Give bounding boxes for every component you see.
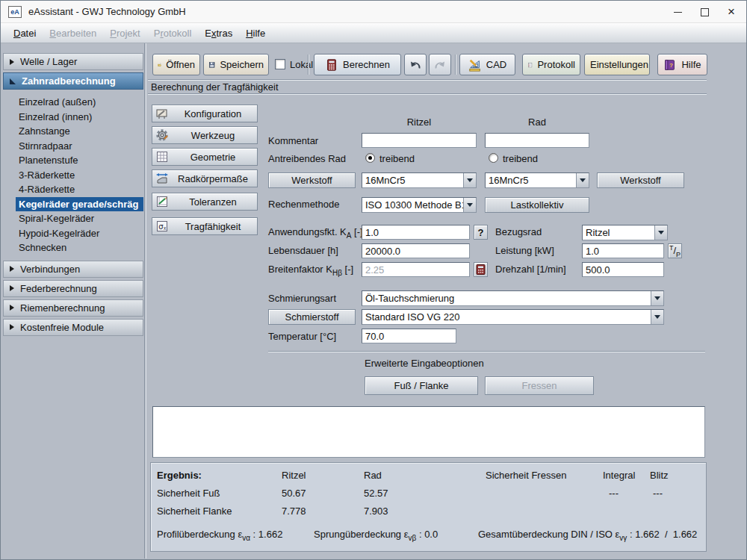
speed-label: Drehzahl [1/min] — [495, 264, 566, 275]
driving-pinion-radio[interactable] — [365, 153, 375, 163]
lubricant-button[interactable]: Schmierstoff — [268, 309, 356, 325]
sidebar-item-zahnstange[interactable]: Zahnstange — [3, 124, 143, 139]
life-input[interactable] — [362, 243, 470, 258]
comment-pinion-input[interactable] — [362, 133, 477, 148]
sidebar-item-4-raederkette[interactable]: 4-Räderkette — [3, 182, 143, 197]
wheel-body-dimensions-button[interactable]: Radkörpermaße — [152, 169, 258, 187]
tolerances-button[interactable]: Toleranzen — [152, 193, 258, 211]
dropdown-arrow-button[interactable] — [576, 173, 589, 187]
cad-button[interactable]: CAD — [459, 54, 515, 75]
chevron-right-icon — [10, 266, 14, 272]
menu-datei[interactable]: Datei — [7, 25, 43, 41]
sidebar-item-spiral-kegelraeder[interactable]: Spiral-Kegelräder — [3, 211, 143, 226]
root-safety-pinion-value: 50.67 — [282, 488, 306, 499]
material-gear-dropdown[interactable]: 16MnCr5 — [485, 172, 589, 188]
close-icon: × — [728, 4, 735, 19]
material-pinion-button[interactable]: Werkstoff — [268, 172, 356, 188]
application-factor-input[interactable] — [362, 225, 470, 240]
sidebar-item-einzelrad-aussen[interactable]: Einzelrad (außen) — [3, 95, 143, 110]
sidebar-group-verbindungen[interactable]: Verbindungen — [3, 261, 143, 278]
comment-gear-input[interactable] — [485, 133, 589, 148]
load-capacity-button[interactable]: σ x Tragfähigkeit — [152, 217, 258, 235]
comment-label: Kommentar — [268, 135, 318, 146]
menu-hilfe[interactable]: Hilfe — [239, 25, 272, 41]
power-input[interactable] — [582, 243, 664, 258]
results-column-scuffing: Sicherheit Fressen — [486, 470, 566, 481]
sidebar-item-einzelrad-innen[interactable]: Einzelrad (innen) — [3, 110, 143, 125]
flank-safety-pinion-value: 7.778 — [282, 505, 306, 517]
material-pinion-dropdown[interactable]: 16MnCr5 — [362, 172, 477, 188]
local-checkbox-label: Lokal — [290, 59, 313, 70]
cad-ruler-pencil-icon — [468, 58, 482, 72]
temperature-input[interactable] — [362, 329, 456, 343]
settings-button[interactable]: Einstellungen — [584, 54, 650, 75]
sidebar-item-hypoid-kegelraeder[interactable]: Hypoid-Kegelräder — [3, 226, 143, 241]
configuration-button[interactable]: Konfiguration — [152, 105, 258, 122]
load-spectrum-button[interactable]: Lastkollektiv — [485, 197, 589, 213]
sidebar-group-kostenfreie-module[interactable]: Kostenfreie Module — [3, 319, 143, 336]
tool-button[interactable]: Werkzeug — [152, 126, 258, 144]
material-gear-button[interactable]: Werkstoff — [597, 172, 684, 188]
speed-input[interactable] — [582, 262, 664, 277]
dropdown-arrow-button[interactable] — [463, 198, 476, 212]
width-factor-calculator-button[interactable] — [474, 262, 488, 277]
sidebar-item-list: Einzelrad (außen) Einzelrad (innen) Zahn… — [3, 92, 143, 261]
sidebar-group-riemenberechnung[interactable]: Riemenberechnung — [3, 299, 143, 317]
sidebar-item-kegelraeder-gerade-schraeg[interactable]: Kegelräder gerade/schräg — [16, 197, 143, 212]
chevron-down-icon — [580, 178, 586, 182]
scuffing-button: Fressen — [485, 376, 594, 395]
driving-gear-radio-label: treibend — [503, 153, 538, 164]
calculator-icon — [325, 58, 338, 72]
flash-value: --- — [653, 488, 663, 499]
message-area — [152, 406, 705, 458]
lubrication-type-dropdown[interactable]: Öl-Tauchschmierung — [362, 290, 664, 306]
width-factor-label: Breitenfaktor KHβ [-] — [268, 264, 353, 277]
undo-icon — [409, 59, 421, 71]
method-dropdown[interactable]: ISO 10300 Methode B1 — [362, 197, 477, 213]
sidebar-item-3-raederkette[interactable]: 3-Räderkette — [3, 168, 143, 183]
dropdown-arrow-button[interactable] — [651, 291, 663, 305]
sidebar-group-federberechnung[interactable]: Federberechnung — [3, 280, 143, 297]
calculate-button[interactable]: Berechnen — [314, 54, 401, 75]
sigma-x-icon: σ x — [155, 220, 169, 233]
sidebar-item-schnecken[interactable]: Schnecken — [3, 240, 143, 255]
notepad-icon — [527, 58, 533, 72]
save-button[interactable]: Speichern — [203, 54, 269, 75]
column-header-gear: Rad — [485, 116, 589, 128]
root-flank-button[interactable]: Fuß / Flanke — [365, 376, 478, 395]
minimize-button[interactable] — [664, 1, 691, 23]
open-button[interactable]: Öffnen — [152, 54, 200, 75]
chevron-right-icon — [10, 59, 14, 65]
protocol-button[interactable]: Protokoll — [522, 54, 580, 75]
dropdown-arrow-button[interactable] — [651, 310, 663, 324]
driving-gear-radio[interactable] — [489, 153, 498, 163]
sidebar: Welle / Lager Zahnradberechnung Einzelra… — [3, 53, 143, 338]
power-label: Leistung [kW] — [495, 245, 554, 256]
sidebar-item-planetenstufe[interactable]: Planetenstufe — [3, 153, 143, 168]
maximize-icon — [701, 8, 709, 16]
results-column-flash: Blitz — [650, 470, 669, 481]
separator-line — [268, 351, 705, 352]
torque-power-toggle-button[interactable]: T/P — [668, 243, 682, 258]
lubricant-dropdown[interactable]: Standard ISO VG 220 — [362, 309, 664, 325]
close-button[interactable]: × — [718, 1, 745, 23]
chevron-down-icon — [654, 315, 660, 319]
application-factor-help-button[interactable]: ? — [474, 225, 488, 240]
profile-overlap: Profilüberdeckung εvα : 1.662 — [157, 529, 282, 542]
reference-gear-dropdown[interactable]: Ritzel — [582, 225, 668, 240]
menu-extras[interactable]: Extras — [198, 25, 239, 41]
chevron-right-icon — [10, 285, 14, 291]
application-factor-label: Anwendungsfkt. KA [-] — [268, 226, 363, 240]
maximize-button[interactable] — [691, 1, 718, 23]
undo-button[interactable] — [404, 54, 427, 75]
sidebar-group-zahnradberechnung[interactable]: Zahnradberechnung — [3, 72, 143, 90]
dropdown-arrow-button[interactable] — [654, 225, 667, 240]
chevron-right-icon — [10, 324, 14, 330]
help-button[interactable]: ? Hilfe — [657, 54, 707, 75]
sidebar-item-stirnradpaar[interactable]: Stirnradpaar — [3, 139, 143, 154]
temperature-label: Temperatur [°C] — [268, 331, 336, 342]
dropdown-arrow-button[interactable] — [463, 173, 476, 187]
geometry-button[interactable]: Geometrie — [152, 148, 258, 166]
sidebar-group-welle-lager[interactable]: Welle / Lager — [3, 53, 143, 70]
local-checkbox[interactable] — [275, 59, 285, 69]
